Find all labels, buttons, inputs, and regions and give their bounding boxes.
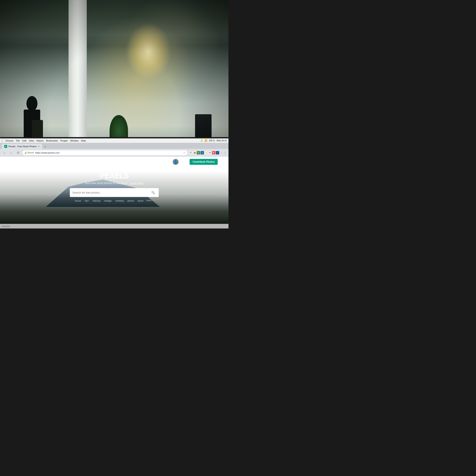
lock-icon: 🔒	[24, 152, 27, 154]
zoom-level: 100 %	[209, 139, 215, 142]
menu-file[interactable]: File	[16, 139, 20, 142]
search-suggestions: house blur training vintage meeting phon…	[74, 199, 154, 203]
menu-people[interactable]: People	[61, 139, 68, 142]
toolbar-extensions: 🛡 📦 G S ⚡ M ▶ t ⋯ ⋮	[189, 151, 227, 154]
app-name[interactable]: Chrome	[5, 139, 14, 142]
pexels-navbar: PEXELS Browse ▾ License Tools 👤	[0, 156, 228, 167]
suggestion-phone[interactable]: phone	[127, 199, 135, 203]
chrome-menu-icon[interactable]: ⋮	[223, 151, 227, 154]
tools-link[interactable]: Tools	[51, 160, 58, 164]
screen-bezel:  Chrome File Edit View History Bookmark…	[0, 137, 228, 228]
bottom-taskbar: Searches	[0, 224, 228, 228]
ext-icon-4[interactable]: S	[201, 151, 204, 154]
pexels-nav-right: 👤 Daniel Contribute Photos •••	[173, 159, 224, 165]
wifi-indicator: 📶	[204, 139, 207, 142]
forward-button[interactable]: ›	[8, 150, 14, 155]
clock: Wed 16:15	[217, 139, 227, 142]
user-avatar: 👤	[173, 159, 179, 165]
learn-more-link[interactable]: Learn more	[130, 182, 143, 185]
window-glow	[126, 23, 171, 80]
ext-icon-more[interactable]: ⋯	[220, 151, 223, 154]
ext-icon-7[interactable]: ▶	[212, 151, 215, 154]
suggestion-meeting[interactable]: meeting	[115, 199, 124, 203]
pexels-website: PEXELS Browse ▾ License Tools 👤	[0, 156, 228, 228]
search-input[interactable]	[72, 191, 148, 194]
user-profile[interactable]: 👤 Daniel	[173, 159, 187, 165]
menu-history[interactable]: History	[36, 139, 44, 142]
contribute-photos-button[interactable]: Contribute Photos	[189, 159, 218, 165]
screen-content:  Chrome File Edit View History Bookmark…	[0, 138, 228, 228]
ext-icon-6[interactable]: M	[208, 151, 212, 154]
menu-help[interactable]: Help	[81, 139, 86, 142]
more-suggestions-link[interactable]: more →	[146, 199, 154, 203]
chrome-toolbar: ‹ › ↺ 🔒 Secure https://www.pexels.com ☆ …	[0, 149, 228, 156]
suggestion-house[interactable]: house	[74, 199, 82, 203]
monitor-screen:  Chrome File Edit View History Bookmark…	[0, 137, 228, 228]
menubar-left:  Chrome File Edit View History Bookmark…	[2, 139, 86, 142]
browse-link[interactable]: Browse ▾	[24, 160, 35, 164]
tab-favicon: P	[4, 145, 7, 148]
office-pillar	[68, 0, 87, 149]
person-head	[26, 96, 37, 111]
pexels-logo[interactable]: PEXELS	[4, 159, 20, 164]
menu-bookmarks[interactable]: Bookmarks	[46, 139, 58, 142]
chrome-tabs-bar: P Pexels · Free Stock Photos ✕ ＋	[0, 143, 228, 149]
url-text: https://www.pexels.com	[35, 152, 60, 154]
hero-title: PEXELS	[100, 171, 129, 180]
license-link[interactable]: License	[38, 160, 48, 164]
bookmark-star[interactable]: ☆	[183, 151, 186, 154]
ext-icon-2[interactable]: 📦	[193, 151, 196, 154]
menu-view[interactable]: View	[29, 139, 34, 142]
search-bar[interactable]: 🔍	[70, 188, 159, 197]
battery-indicator: 🔋	[200, 139, 203, 142]
active-tab[interactable]: P Pexels · Free Stock Photos ✕	[2, 144, 42, 149]
suggestion-blur[interactable]: blur	[84, 199, 89, 203]
ext-icon-3[interactable]: G	[197, 151, 200, 154]
ext-icon-5[interactable]: ⚡	[204, 151, 208, 154]
user-name: Daniel	[180, 160, 187, 163]
suggestion-vintage[interactable]: vintage	[103, 199, 112, 203]
hero-content: PEXELS Best free stock photos in one pla…	[0, 167, 228, 203]
new-tab-button[interactable]: ＋	[43, 144, 47, 149]
pexels-nav-left: PEXELS Browse ▾ License Tools	[4, 159, 58, 164]
apple-menu[interactable]: 	[2, 139, 3, 142]
browse-arrow-icon: ▾	[34, 160, 35, 164]
more-options-button[interactable]: •••	[220, 160, 224, 164]
taskbar-left-label: Searches	[2, 225, 10, 227]
ext-icon-1[interactable]: 🛡	[189, 151, 192, 154]
back-button[interactable]: ‹	[2, 150, 7, 155]
user-avatar-image: 👤	[173, 160, 178, 164]
suggestion-training[interactable]: training	[92, 199, 101, 203]
menubar-right: 🔋 📶 100 % Wed 16:15	[200, 139, 227, 142]
menu-edit[interactable]: Edit	[22, 139, 26, 142]
reload-button[interactable]: ↺	[15, 150, 21, 155]
tab-title: Pexels · Free Stock Photos	[8, 145, 37, 148]
macos-menubar:  Chrome File Edit View History Bookmark…	[0, 138, 228, 143]
secure-badge: 🔒 Secure	[24, 152, 34, 154]
address-bar[interactable]: 🔒 Secure https://www.pexels.com ☆	[22, 150, 188, 155]
hero-subtitle: Best free stock photos in one place. Lea…	[85, 182, 143, 185]
suggestion-wood[interactable]: wood	[137, 199, 144, 203]
search-icon[interactable]: 🔍	[150, 189, 156, 196]
tab-close-icon[interactable]: ✕	[38, 145, 40, 148]
menu-window[interactable]: Window	[70, 139, 79, 142]
ext-icon-8[interactable]: t	[216, 151, 219, 154]
